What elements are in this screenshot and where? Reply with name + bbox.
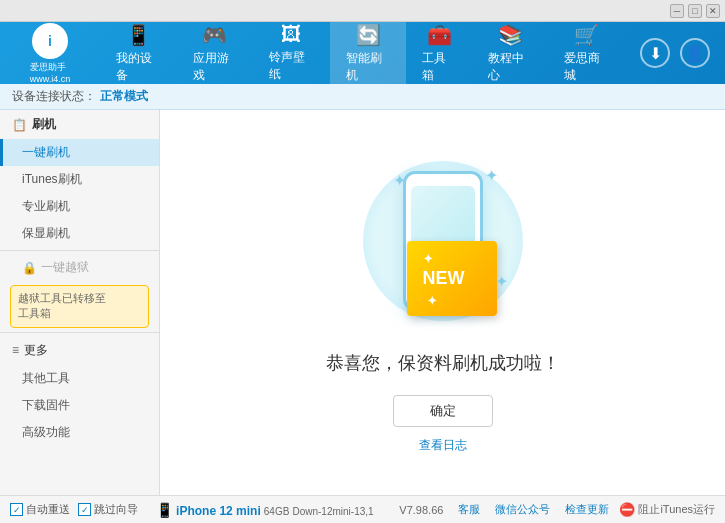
itunes-status: ⛔ 阻止iTunes运行 <box>619 502 715 517</box>
nav-items: 📱 我的设备 🎮 应用游戏 🖼 铃声壁纸 🔄 智能刷机 🧰 工具箱 📚 教程中心… <box>100 22 625 84</box>
itunes-status-label: 阻止iTunes运行 <box>638 502 715 517</box>
skip-wizard-label: 跳过向导 <box>94 502 138 517</box>
version-label: V7.98.66 <box>399 504 443 516</box>
skip-wizard-checkbox-box[interactable]: ✓ <box>78 503 91 516</box>
nav-apps-games[interactable]: 🎮 应用游戏 <box>177 22 254 84</box>
nav-my-device-label: 我的设备 <box>116 50 161 84</box>
flash-section-icon: 📋 <box>12 118 27 132</box>
nav-my-device[interactable]: 📱 我的设备 <box>100 22 177 84</box>
tutorial-icon: 📚 <box>498 23 523 47</box>
lock-icon: 🔒 <box>22 261 37 275</box>
success-message: 恭喜您，保资料刷机成功啦！ <box>326 351 560 375</box>
sidebar-divider-2 <box>0 332 159 333</box>
main-layout: 📋 刷机 一键刷机 iTunes刷机 专业刷机 保显刷机 🔒 一键越狱 越狱工具… <box>0 110 725 495</box>
user-button[interactable]: 👤 <box>680 38 710 68</box>
bottom-bar: ✓ 自动重送 ✓ 跳过向导 📱 iPhone 12 mini 64GB Down… <box>0 495 725 523</box>
sidebar-jailbreak-disabled: 🔒 一键越狱 <box>0 254 159 281</box>
save-flash-label: 保显刷机 <box>22 226 70 240</box>
sidebar-one-key-flash[interactable]: 一键刷机 <box>0 139 159 166</box>
download-button[interactable]: ⬇ <box>640 38 670 68</box>
nav-fan-store-label: 爱思商城 <box>564 50 609 84</box>
apps-games-icon: 🎮 <box>202 23 227 47</box>
sidebar-note: 越狱工具已转移至工具箱 <box>10 285 149 328</box>
check-update-link[interactable]: 检查更新 <box>565 502 609 517</box>
nav-tutorial-label: 教程中心 <box>488 50 533 84</box>
fan-store-icon: 🛒 <box>574 23 599 47</box>
wechat-public-link[interactable]: 微信公众号 <box>495 502 550 517</box>
jailbreak-label: 一键越狱 <box>41 259 89 276</box>
nav-ringtone-label: 铃声壁纸 <box>269 49 314 83</box>
download-firmware-label: 下载固件 <box>22 398 70 412</box>
auto-restart-label: 自动重送 <box>26 502 70 517</box>
pro-flash-label: 专业刷机 <box>22 199 70 213</box>
logo-name: 爱思助手 www.i4.cn <box>30 61 71 84</box>
auto-restart-checkbox-box[interactable]: ✓ <box>10 503 23 516</box>
logo-icon: i <box>32 23 68 59</box>
logo-area: i 爱思助手 www.i4.cn <box>0 18 100 89</box>
header: i 爱思助手 www.i4.cn 📱 我的设备 🎮 应用游戏 🖼 铃声壁纸 🔄 … <box>0 22 725 84</box>
nav-toolbox-label: 工具箱 <box>422 50 455 84</box>
status-value: 正常模式 <box>100 88 148 105</box>
nav-tutorial[interactable]: 📚 教程中心 <box>472 22 549 84</box>
sidebar-other-tools[interactable]: 其他工具 <box>0 365 159 392</box>
other-tools-label: 其他工具 <box>22 371 70 385</box>
more-icon: ≡ <box>12 343 19 357</box>
nav-apps-games-label: 应用游戏 <box>193 50 238 84</box>
sidebar-advanced-features[interactable]: 高级功能 <box>0 419 159 446</box>
smart-flash-icon: 🔄 <box>356 23 381 47</box>
one-key-flash-label: 一键刷机 <box>22 145 70 159</box>
bottom-right: V7.98.66 客服 微信公众号 检查更新 <box>399 502 609 517</box>
nav-smart-flash-label: 智能刷机 <box>346 50 391 84</box>
sidebar-divider-1 <box>0 250 159 251</box>
flash-section-header: 📋 刷机 <box>0 110 159 139</box>
content-area: NEW ✦ ✦ ✦ 恭喜您，保资料刷机成功啦！ 确定 查看日志 <box>160 110 725 495</box>
nav-toolbox[interactable]: 🧰 工具箱 <box>406 22 471 84</box>
flash-section-label: 刷机 <box>32 116 56 133</box>
window-controls[interactable]: ─ □ ✕ <box>670 4 720 18</box>
jump-link[interactable]: 查看日志 <box>419 437 467 454</box>
device-phone-icon: 📱 <box>156 502 173 518</box>
nav-ringtone[interactable]: 🖼 铃声壁纸 <box>253 22 330 84</box>
sparkle-1: ✦ <box>393 171 406 190</box>
auto-restart-checkbox[interactable]: ✓ 自动重送 <box>10 502 70 517</box>
device-storage: 64GB <box>264 506 290 517</box>
close-button[interactable]: ✕ <box>706 4 720 18</box>
itunes-flash-label: iTunes刷机 <box>22 172 82 186</box>
success-illustration: NEW ✦ ✦ ✦ <box>353 151 533 331</box>
title-bar: ─ □ ✕ <box>0 0 725 22</box>
confirm-button[interactable]: 确定 <box>393 395 493 427</box>
device-info: 📱 iPhone 12 mini 64GB Down-12mini-13,1 <box>156 502 374 518</box>
bottom-left: ✓ 自动重送 ✓ 跳过向导 📱 iPhone 12 mini 64GB Down… <box>10 502 374 518</box>
sidebar-save-flash[interactable]: 保显刷机 <box>0 220 159 247</box>
device-name: iPhone 12 mini <box>176 504 261 518</box>
sidebar-pro-flash[interactable]: 专业刷机 <box>0 193 159 220</box>
header-right: ⬇ 👤 <box>625 38 725 68</box>
device-firmware: Down-12mini-13,1 <box>292 506 373 517</box>
itunes-block-icon: ⛔ <box>619 502 635 517</box>
sidebar-download-firmware[interactable]: 下载固件 <box>0 392 159 419</box>
customer-service-link[interactable]: 客服 <box>458 502 480 517</box>
skip-wizard-checkbox[interactable]: ✓ 跳过向导 <box>78 502 138 517</box>
status-bar: 设备连接状态： 正常模式 <box>0 84 725 110</box>
new-badge: NEW <box>407 241 497 316</box>
status-label: 设备连接状态： <box>12 88 96 105</box>
nav-smart-flash[interactable]: 🔄 智能刷机 <box>330 22 407 84</box>
nav-fan-store[interactable]: 🛒 爱思商城 <box>548 22 625 84</box>
sparkle-2: ✦ <box>485 166 498 185</box>
sidebar-itunes-flash[interactable]: iTunes刷机 <box>0 166 159 193</box>
toolbox-icon: 🧰 <box>427 23 452 47</box>
ringtone-icon: 🖼 <box>281 23 301 46</box>
minimize-button[interactable]: ─ <box>670 4 684 18</box>
sparkle-3: ✦ <box>495 272 508 291</box>
sidebar: 📋 刷机 一键刷机 iTunes刷机 专业刷机 保显刷机 🔒 一键越狱 越狱工具… <box>0 110 160 495</box>
maximize-button[interactable]: □ <box>688 4 702 18</box>
more-section-header: ≡ 更多 <box>0 336 159 365</box>
more-label: 更多 <box>24 342 48 359</box>
my-device-icon: 📱 <box>126 23 151 47</box>
advanced-features-label: 高级功能 <box>22 425 70 439</box>
